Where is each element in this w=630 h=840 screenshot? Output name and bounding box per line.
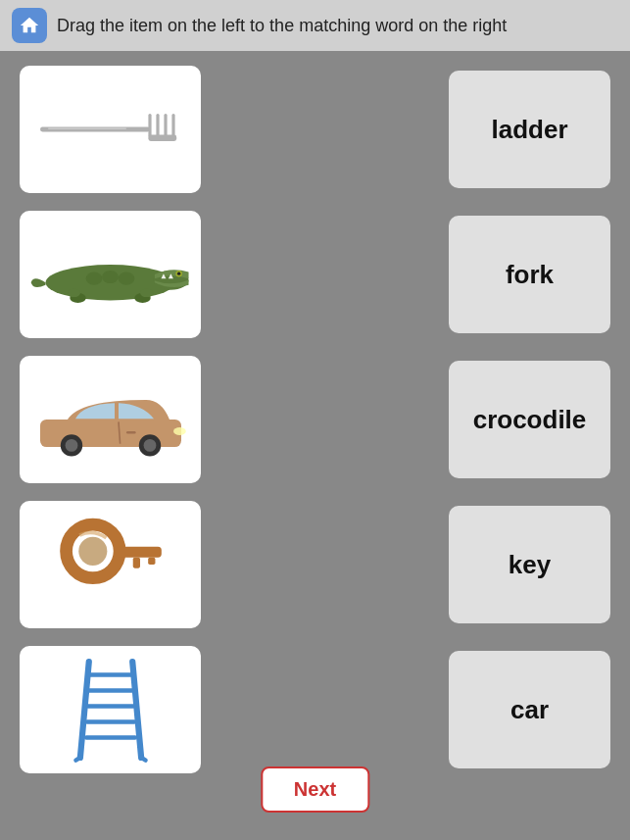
header: Drag the item on the left to the matchin… [0, 0, 630, 51]
svg-line-40 [75, 758, 79, 761]
crocodile-word-card[interactable]: crocodile [449, 361, 610, 478]
next-button[interactable]: Next [261, 766, 369, 813]
car-image-card[interactable] [20, 356, 201, 483]
key-word: key [509, 550, 551, 580]
crocodile-word: crocodile [473, 405, 587, 435]
svg-rect-2 [156, 114, 159, 137]
svg-point-10 [119, 272, 135, 285]
svg-point-18 [68, 289, 80, 297]
fork-word: fork [506, 260, 554, 290]
svg-line-41 [141, 758, 145, 761]
svg-line-33 [79, 662, 88, 758]
instruction-text: Drag the item on the left to the matchin… [57, 16, 507, 36]
key-word-card[interactable]: key [449, 506, 610, 623]
svg-point-9 [102, 271, 119, 283]
crocodile-icon [29, 225, 191, 323]
svg-point-25 [173, 427, 186, 435]
car-word-card[interactable]: car [449, 651, 610, 768]
svg-point-22 [65, 439, 77, 452]
svg-point-13 [177, 272, 180, 275]
ladder-word-card[interactable]: ladder [449, 71, 610, 188]
key-icon [52, 516, 170, 614]
row-4: key [20, 496, 610, 633]
svg-rect-1 [148, 114, 151, 137]
main-content: ladder [0, 51, 630, 840]
ladder-image-card[interactable] [20, 646, 201, 773]
row-5: car [20, 641, 610, 778]
car-icon [32, 375, 189, 464]
key-image-card[interactable] [20, 501, 201, 628]
row-3: crocodile [20, 351, 610, 488]
svg-line-34 [132, 662, 141, 758]
svg-rect-6 [48, 127, 126, 129]
row-2: fork [20, 206, 610, 343]
svg-point-24 [143, 439, 156, 452]
svg-point-29 [78, 537, 107, 566]
home-button[interactable] [12, 8, 47, 43]
svg-rect-4 [171, 114, 174, 137]
svg-rect-30 [115, 547, 161, 558]
svg-point-19 [140, 289, 153, 297]
car-word: car [510, 695, 549, 725]
ladder-icon [72, 656, 150, 764]
svg-rect-32 [148, 558, 155, 565]
fork-word-card[interactable]: fork [449, 216, 610, 333]
svg-rect-31 [132, 558, 139, 568]
svg-rect-27 [126, 431, 136, 433]
ladder-word: ladder [491, 115, 567, 145]
fork-icon [32, 100, 189, 159]
fork-image-card[interactable] [20, 66, 201, 193]
crocodile-image-card[interactable] [20, 211, 201, 338]
svg-rect-3 [164, 114, 167, 137]
row-1: ladder [20, 61, 610, 198]
svg-rect-5 [148, 135, 176, 141]
svg-point-8 [86, 272, 103, 285]
